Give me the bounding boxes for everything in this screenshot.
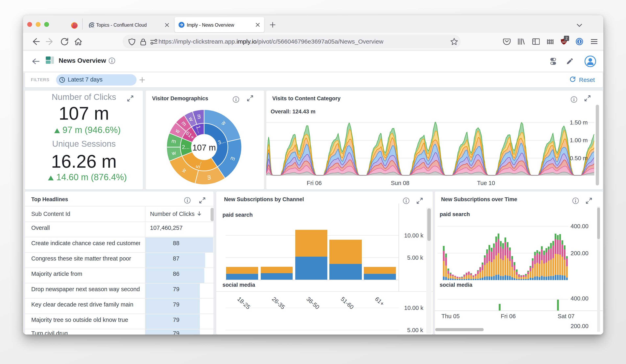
- svg-text:2...: 2...: [182, 144, 190, 150]
- svg-text:107 m: 107 m: [193, 143, 216, 152]
- svg-text:m: m: [196, 114, 203, 119]
